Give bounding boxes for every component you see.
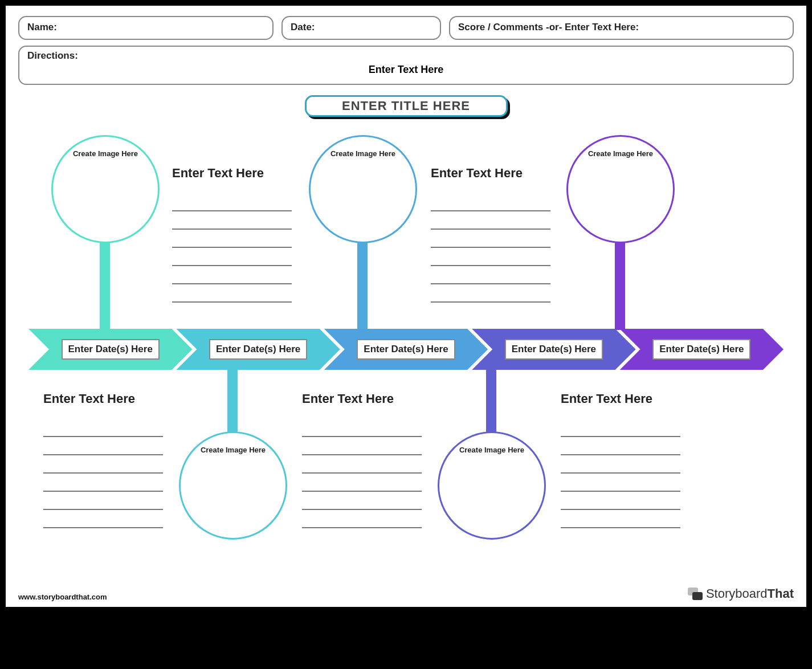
connector-stem [100,241,110,330]
image-circle[interactable]: Create Image Here [309,135,417,243]
page-root: Name: Date: Score / Comments -or- Enter … [0,0,812,669]
image-circle[interactable]: Create Image Here [438,431,546,540]
date-box[interactable]: Enter Date(s) Here [357,339,455,360]
directions-label: Directions: [27,50,785,62]
writing-lines [43,419,163,528]
connector-stem [615,241,625,330]
date-box[interactable]: Enter Date(s) Here [652,339,750,360]
brand-logo: StoryboardThat [688,586,794,601]
text-block[interactable]: Enter Text Here [561,391,680,528]
text-block[interactable]: Enter Text Here [172,166,292,303]
image-circle[interactable]: Create Image Here [179,431,287,540]
date-box[interactable]: Enter Date(s) Here [62,339,160,360]
header-row: Name: Date: Score / Comments -or- Enter … [18,16,794,40]
image-circle[interactable]: Create Image Here [51,135,160,243]
text-block[interactable]: Enter Text Here [302,391,422,528]
text-block-label: Enter Text Here [561,391,680,406]
directions-text: Enter Text Here [27,64,785,76]
directions-box[interactable]: Directions: Enter Text Here [18,46,794,85]
writing-lines [302,419,422,528]
timeline-arrow[interactable]: Enter Date(s) Here [176,329,340,370]
footer: www.storyboardthat.com StoryboardThat [18,586,794,601]
timeline-row: Enter Date(s) Here Enter Date(s) Here En… [28,329,784,370]
name-field[interactable]: Name: [18,16,274,40]
score-field[interactable]: Score / Comments -or- Enter Text Here: [449,16,794,40]
text-block[interactable]: Enter Text Here [431,166,550,303]
image-circle[interactable]: Create Image Here [566,135,675,243]
title-container: ENTER TITLE HERE [18,95,794,127]
speech-bubble-icon [688,588,703,600]
footer-url: www.storyboardthat.com [18,593,107,601]
timeline-arrow[interactable]: Enter Date(s) Here [620,329,784,370]
timeline-canvas: Create Image Here Create Image Here Crea… [18,129,794,597]
writing-lines [172,193,292,303]
date-box[interactable]: Enter Date(s) Here [209,339,307,360]
timeline-arrow[interactable]: Enter Date(s) Here [472,329,635,370]
date-field[interactable]: Date: [281,16,441,40]
date-box[interactable]: Enter Date(s) Here [505,339,603,360]
text-block[interactable]: Enter Text Here [43,391,163,528]
timeline-arrow[interactable]: Enter Date(s) Here [28,329,192,370]
writing-lines [561,419,680,528]
connector-stem [357,241,368,330]
title-box[interactable]: ENTER TITLE HERE [305,95,508,117]
text-block-label: Enter Text Here [43,391,163,406]
timeline-arrow[interactable]: Enter Date(s) Here [324,329,488,370]
writing-lines [431,193,550,303]
brand-text-a: Storyboard [706,586,768,601]
connector-stem [486,369,496,433]
worksheet: Name: Date: Score / Comments -or- Enter … [6,6,806,607]
text-block-label: Enter Text Here [172,166,292,181]
brand-text-b: That [768,586,794,601]
connector-stem [227,369,238,433]
text-block-label: Enter Text Here [302,391,422,406]
text-block-label: Enter Text Here [431,166,550,181]
